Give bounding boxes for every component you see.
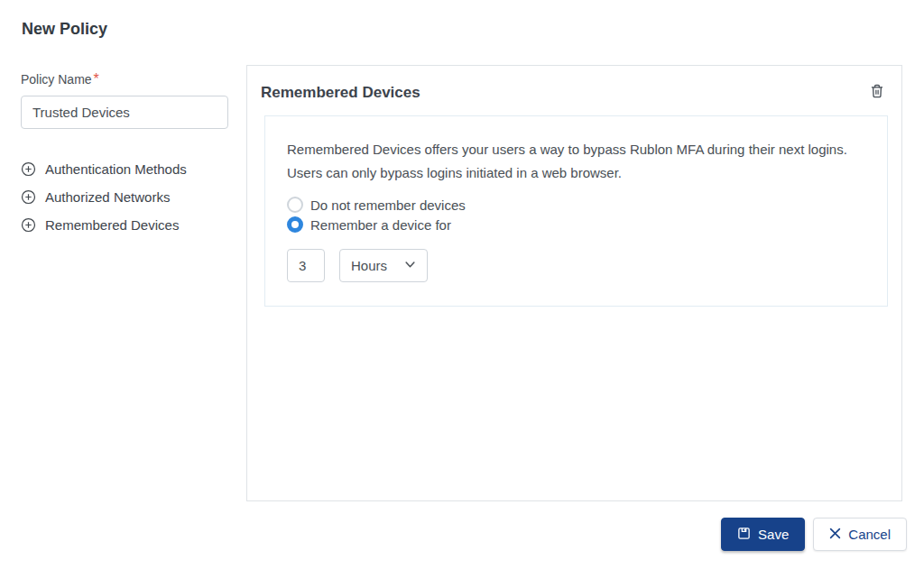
duration-row: Hours (287, 249, 865, 282)
duration-unit-select[interactable]: Hours (339, 249, 428, 282)
cancel-button-label: Cancel (848, 527, 891, 542)
required-asterisk: * (94, 71, 99, 87)
plus-circle-icon (21, 217, 36, 233)
remembered-devices-settings-box: Remembered Devices offers your users a w… (264, 115, 888, 307)
new-policy-page: New Policy Policy Name* Authentication M… (0, 0, 924, 569)
radio-do-not-remember[interactable]: Do not remember devices (287, 197, 865, 213)
duration-value-input[interactable] (287, 249, 325, 282)
duration-unit-value: Hours (351, 258, 387, 273)
cancel-button[interactable]: Cancel (813, 518, 907, 551)
close-icon (829, 527, 841, 542)
page-title: New Policy (22, 20, 107, 39)
policy-name-label: Policy Name* (21, 71, 228, 87)
delete-section-button[interactable] (869, 83, 885, 102)
policy-name-input[interactable] (21, 96, 228, 129)
radio-button-icon[interactable] (287, 216, 303, 233)
sidebar-item-label: Remembered Devices (45, 217, 179, 233)
trash-icon (869, 83, 885, 102)
radio-button-icon[interactable] (287, 197, 303, 213)
plus-circle-icon (21, 189, 36, 205)
panel-header: Remembered Devices (247, 66, 901, 115)
sidebar-item-authorized-networks[interactable]: Authorized Networks (21, 189, 228, 205)
remember-devices-radio-group: Do not remember devices Remember a devic… (287, 197, 865, 233)
sidebar-item-label: Authentication Methods (45, 161, 187, 177)
footer-actions: Save Cancel (721, 518, 907, 551)
panel-description: Remembered Devices offers your users a w… (287, 138, 865, 184)
plus-circle-icon (21, 161, 36, 177)
policy-form-left-column: Policy Name* Authentication Methods Auth… (21, 71, 228, 233)
remembered-devices-panel: Remembered Devices Remembered Devices of… (246, 65, 902, 501)
radio-remember-device-for[interactable]: Remember a device for (287, 216, 865, 233)
save-button[interactable]: Save (721, 518, 805, 551)
sidebar-item-authentication-methods[interactable]: Authentication Methods (21, 161, 228, 177)
chevron-down-icon (404, 258, 416, 273)
save-icon (737, 527, 751, 543)
save-button-label: Save (758, 527, 789, 542)
panel-title: Remembered Devices (261, 84, 420, 102)
sidebar-item-label: Authorized Networks (45, 189, 170, 205)
sidebar-item-remembered-devices[interactable]: Remembered Devices (21, 217, 228, 233)
policy-section-links: Authentication Methods Authorized Networ… (21, 161, 228, 233)
